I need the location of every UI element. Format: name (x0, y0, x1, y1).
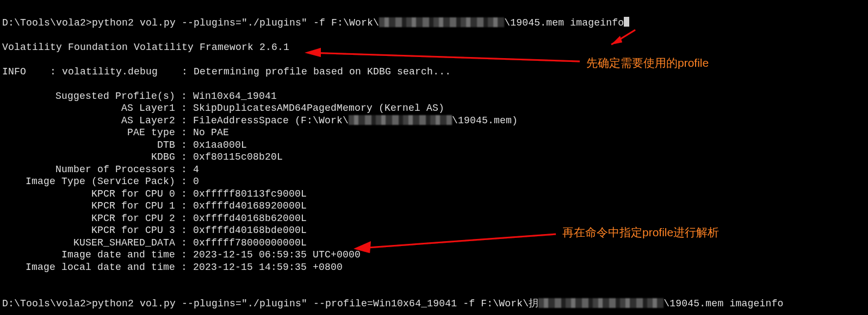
annotation-2: 再在命令中指定profile进行解析 (562, 225, 719, 240)
field-as-layer1: AS Layer1 : SkipDuplicatesAMD64PagedMemo… (2, 103, 444, 114)
command-line-2: D:\Tools\vola2>python2 vol.py --plugins=… (2, 298, 868, 310)
redacted-chunk (379, 17, 504, 27)
field-kpcr0: KPCR for CPU 0 : 0xfffff80113fc9000L (2, 188, 307, 199)
blank-line (2, 273, 868, 286)
prompt-path: D:\Tools\vola2> (2, 17, 92, 28)
field-as-layer2: AS Layer2 : FileAddressSpace (F:\Work\\1… (2, 115, 518, 126)
prompt-path: D:\Tools\vola2> (2, 298, 92, 309)
command-text-b: \19045.mem imageinfo (664, 298, 783, 309)
annotation-1: 先确定需要使用的profile (586, 55, 709, 71)
field-numproc: Number of Processors : 4 (2, 164, 199, 175)
field-image-local-dt: Image local date and time : 2023-12-15 1… (2, 262, 343, 273)
cursor-icon (624, 17, 629, 27)
info-line: INFO : volatility.debug : Determining pr… (2, 66, 868, 78)
command-text-a: python2 vol.py --plugins="./plugins" -f … (92, 17, 379, 28)
field-kdbg: KDBG : 0xf80115c08b20L (2, 152, 283, 162)
field-kpcr1: KPCR for CPU 1 : 0xffffd40168920000L (2, 200, 307, 211)
command-text-a: python2 vol.py --plugins="./plugins" --p… (92, 298, 538, 309)
field-image-dt: Image date and time : 2023-12-15 06:59:3… (2, 249, 361, 260)
field-dtb: DTB : 0x1aa000L (2, 140, 247, 150)
banner-line: Volatility Foundation Volatility Framewo… (2, 41, 868, 54)
field-kuser: KUSER_SHARED_DATA : 0xfffff78000000000L (2, 237, 307, 248)
command-text-b: \19045.mem imageinfo (504, 17, 624, 28)
field-suggested-profile: Suggested Profile(s) : Win10x64_19041 (2, 91, 277, 102)
field-kpcr3: KPCR for CPU 3 : 0xffffd40168bde000L (2, 225, 307, 236)
field-pae: PAE type : No PAE (2, 127, 229, 138)
command-line-1: D:\Tools\vola2>python2 vol.py --plugins=… (2, 17, 868, 29)
field-imgtype: Image Type (Service Pack) : 0 (2, 176, 199, 187)
field-kpcr2: KPCR for CPU 2 : 0xffffd40168b62000L (2, 213, 307, 224)
terminal-output[interactable]: D:\Tools\vola2>python2 vol.py --plugins=… (0, 0, 868, 315)
redacted-chunk (349, 115, 452, 125)
redacted-chunk (538, 298, 664, 308)
